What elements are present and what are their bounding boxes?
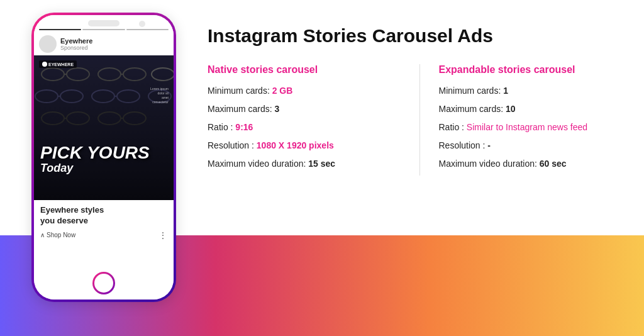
phone-speaker — [88, 20, 119, 26]
expandable-label-2: Ratio : — [439, 122, 467, 132]
ad-brand-tag: EYEWHERE — [39, 60, 77, 68]
cta-arrow-icon: ∧ — [40, 232, 45, 238]
ad-headline-line1: PICK YOURS — [40, 144, 167, 162]
expandable-spec-0: Minimum cards: 1 — [439, 84, 632, 98]
ad-sponsored-label: Sponsored — [60, 45, 92, 51]
brand-logo-circle — [42, 62, 47, 67]
glasses-background — [34, 55, 174, 200]
ad-name-block: Eyewhere Sponsored — [60, 37, 92, 51]
native-spec-1: Maximum cards: 3 — [208, 103, 401, 116]
expandable-label-0: Minimum cards: — [439, 86, 504, 96]
ad-headline: PICK YOURS Today — [40, 144, 167, 175]
ad-brand-name: Eyewhere — [60, 37, 92, 45]
page-title: Instagram Stories Carousel Ads — [208, 25, 631, 47]
expandable-spec-3: Resolution : - — [439, 139, 632, 152]
native-spec-0: Minimum cards: 2 GB — [208, 84, 401, 98]
native-spec-4: Maximum video duration: 15 sec — [208, 157, 401, 171]
right-content: Instagram Stories Carousel Ads Native st… — [208, 25, 631, 176]
expandable-value-3: - — [487, 140, 491, 150]
expandable-value-2: Similar to Instagram news feed — [467, 122, 587, 132]
progress-bar-2 — [82, 29, 125, 30]
native-label-3: Resolution : — [208, 140, 257, 150]
phone-screen: Eyewhere Sponsored — [34, 15, 174, 300]
phone-home-button — [92, 272, 115, 294]
expandable-spec-4: Maximum video duration: 60 sec — [439, 157, 632, 171]
cta-button[interactable]: ∧ Shop Now — [40, 232, 75, 238]
cta-label: Shop Now — [47, 232, 75, 238]
native-label-4: Maximum video duration: — [208, 159, 308, 169]
native-label-1: Maximum cards: — [208, 104, 275, 114]
expandable-label-4: Maximum video duration: — [439, 159, 540, 169]
native-spec-3: Resolution : 1080 X 1920 pixels — [208, 139, 401, 152]
phone-camera — [139, 21, 145, 27]
expandable-value-1: 10 — [506, 104, 516, 114]
native-label-2: Ratio : — [208, 122, 235, 132]
ad-header: Eyewhere Sponsored — [34, 33, 174, 55]
expandable-column: Expandable stories carousel Minimum card… — [420, 64, 632, 176]
native-value-3: 1080 X 1920 pixels — [257, 140, 334, 150]
more-options-icon[interactable]: ⋮ — [158, 230, 167, 240]
native-spec-2: Ratio : 9:16 — [208, 121, 401, 134]
phone-top-bar — [34, 15, 174, 29]
ad-content: Eyewhere Sponsored — [34, 29, 174, 245]
progress-bar-1 — [39, 29, 81, 30]
native-value-2: 9:16 — [235, 122, 253, 132]
native-value-4: 15 sec — [308, 159, 335, 169]
expandable-label-1: Maximum cards: — [439, 104, 506, 114]
native-value-0: 2 GB — [272, 86, 293, 96]
expandable-spec-2: Ratio : Similar to Instagram news feed — [439, 121, 632, 134]
avatar — [39, 35, 57, 53]
expandable-label-3: Resolution : — [439, 140, 488, 150]
expandable-spec-1: Maximum cards: 10 — [439, 103, 632, 116]
phone-mockup: Eyewhere Sponsored — [31, 13, 176, 302]
phone-frame: Eyewhere Sponsored — [31, 13, 176, 302]
ad-cta-bar: ∧ Shop Now ⋮ — [40, 230, 167, 240]
ad-small-text: Lorem ipsumdolor sitametconsectetur — [150, 87, 169, 104]
ad-footer: Eyewhere stylesyou deserve ∧ Shop Now ⋮ — [34, 200, 174, 245]
progress-bar-3 — [126, 29, 169, 30]
svg-rect-21 — [34, 55, 174, 200]
native-column: Native stories carousel Minimum cards: 2… — [208, 64, 420, 176]
glasses-svg — [34, 55, 174, 200]
expandable-column-title: Expandable stories carousel — [439, 64, 632, 76]
ad-image: EYEWHERE Lorem ipsumdolor sitametconsect… — [34, 55, 174, 200]
expandable-value-0: 1 — [503, 86, 508, 96]
columns-wrapper: Native stories carousel Minimum cards: 2… — [208, 64, 631, 176]
ad-footer-title: Eyewhere stylesyou deserve — [40, 205, 167, 227]
native-column-title: Native stories carousel — [208, 64, 401, 76]
expandable-value-4: 60 sec — [540, 159, 567, 169]
native-value-1: 3 — [275, 104, 280, 114]
ad-headline-line2: Today — [40, 162, 167, 175]
native-label-0: Minimum cards: — [208, 86, 272, 96]
